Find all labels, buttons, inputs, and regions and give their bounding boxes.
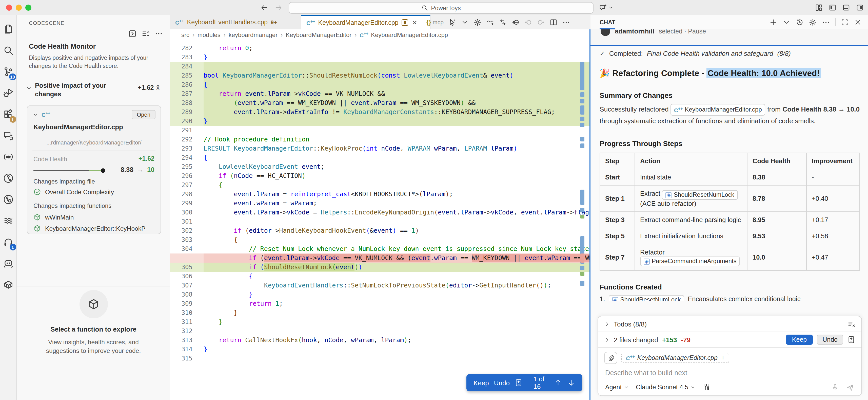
activity-containers[interactable] [0, 274, 17, 295]
attach-button[interactable] [604, 352, 617, 364]
keep-button[interactable]: Keep [786, 335, 813, 345]
open-file-button[interactable]: Open [132, 110, 155, 119]
chevron-down-icon[interactable] [461, 18, 469, 26]
tab-keyboardeventhandlers[interactable]: C++KeyboardEventHandlers.cpp9+ [170, 15, 301, 29]
activity-run-debug[interactable] [0, 82, 17, 104]
breadcrumb-item[interactable]: src [181, 31, 189, 38]
panel-right-icon[interactable] [856, 4, 864, 12]
command-center-search[interactable]: PowerToys [289, 2, 593, 14]
refactoring-complete-heading: 🎉 Refactoring Complete - Code Health: 10… [599, 68, 860, 78]
tab-badge: 9+ [271, 19, 277, 25]
compare-icon[interactable] [499, 18, 507, 26]
chat-input[interactable]: Describe what to build next [598, 364, 861, 377]
checklist-icon[interactable] [847, 320, 855, 328]
activity-chat[interactable] [0, 125, 17, 146]
function-chip[interactable]: ◈ShouldResetNumLock [609, 295, 684, 301]
code-editor[interactable]: 282 return 0;283}284285bool KeyboardMana… [170, 40, 590, 395]
undo-button[interactable]: Undo [817, 335, 843, 345]
function-chip[interactable]: ◈ShouldResetNumLock [662, 190, 738, 200]
agent-mode-picker[interactable]: Agent [605, 384, 629, 391]
todos-row[interactable]: Todos (8/8) [598, 316, 861, 332]
activity-source-control[interactable]: 10 [0, 61, 17, 82]
keep-button[interactable]: Keep [473, 379, 489, 387]
diff-file-icon[interactable] [515, 379, 523, 387]
activity-code-insights[interactable] [0, 189, 17, 210]
diff-file-icon[interactable] [847, 336, 855, 344]
panel-left-icon[interactable] [829, 4, 837, 12]
arrow-up-icon[interactable] [554, 379, 562, 387]
open-panel-icon[interactable] [128, 29, 137, 38]
next-change-icon[interactable] [537, 18, 545, 26]
voice-icon[interactable] [831, 383, 839, 391]
function-chip[interactable]: ◈ParseCommandLineArguments [640, 257, 740, 266]
gear-icon[interactable] [809, 18, 817, 26]
back-circle-icon[interactable] [512, 18, 520, 26]
attachment-chip[interactable]: C++ KeyboardManagerEditor.cpp + [621, 353, 730, 363]
arrow-down-icon[interactable] [567, 379, 575, 387]
activity-waves[interactable] [0, 210, 17, 231]
symbol-icon: ◈ [666, 192, 672, 198]
tools-icon[interactable] [703, 383, 711, 391]
summary-paragraph: Successfully refactored C++KeyboardManag… [599, 104, 860, 126]
overview-ruler[interactable] [580, 40, 584, 395]
collapse-list-icon[interactable] [141, 29, 150, 38]
nav-forward-icon[interactable] [275, 4, 283, 12]
close-icon[interactable]: ✕ [412, 19, 417, 26]
chevron-down-icon[interactable] [32, 112, 38, 118]
squiggle-run-icon[interactable] [486, 18, 494, 26]
prev-change-icon[interactable] [524, 18, 532, 26]
breadcrumb[interactable]: src›modules›keyboardmanager›KeyboardMana… [170, 29, 590, 40]
party-icon: 🎉 [599, 68, 610, 78]
zoom-window-button[interactable] [25, 5, 31, 11]
files-changed-row[interactable]: 2 files changed +153 -79 Keep Undo [598, 332, 861, 348]
mcp-braces-icon[interactable]: {}mcp [426, 19, 444, 26]
activity-commit-graph[interactable] [0, 167, 17, 189]
positive-impact-section[interactable]: Positive impact of your changes +1.62x̄ [26, 81, 162, 98]
function-item[interactable]: wWinMain [33, 213, 155, 221]
activity-extensions[interactable]: ! [0, 104, 17, 125]
activity-support[interactable]: 1 [0, 231, 17, 253]
split-editor-icon[interactable] [550, 18, 558, 26]
tab-keyboardmanagereditor[interactable]: C++KeyboardManagerEditor.cpp✕ [301, 15, 430, 29]
panel-bottom-icon[interactable] [842, 4, 850, 12]
model-picker[interactable]: Claude Sonnet 4.5 [636, 384, 695, 391]
chat-add-icon[interactable] [598, 4, 607, 12]
add-icon[interactable] [769, 18, 777, 26]
ellipsis-icon[interactable] [562, 18, 570, 26]
symbol-icon: ◈ [644, 258, 650, 264]
activity-search[interactable] [0, 39, 17, 61]
breadcrumb-item[interactable]: keyboardmanager [229, 31, 278, 38]
layout-grid-icon[interactable] [815, 4, 823, 12]
chevron-down-icon[interactable] [608, 4, 613, 12]
ellipsis-icon[interactable] [154, 29, 163, 38]
chevron-down-icon[interactable] [782, 18, 790, 26]
function-item[interactable]: KeyboardManagerEditor::KeyHookP [33, 225, 155, 232]
gear-icon[interactable] [473, 18, 482, 26]
close-window-button[interactable] [6, 5, 12, 11]
minimize-window-button[interactable] [16, 5, 22, 11]
breadcrumb-file[interactable]: C++KeyboardManagerEditor.cpp [360, 31, 448, 38]
code-line: 296 if (nCode == HC_ACTION) [170, 171, 590, 180]
table-cell: Step 7 [600, 244, 635, 270]
breadcrumb-item[interactable]: modules [197, 31, 221, 38]
activity-copilot[interactable] [0, 253, 17, 274]
close-icon[interactable] [854, 18, 862, 26]
activity-explorer[interactable] [0, 18, 17, 39]
code-health-slider[interactable] [33, 170, 104, 171]
activity-codescene[interactable] [0, 146, 17, 167]
file-chip[interactable]: C++KeyboardManagerEditor.cpp [671, 104, 766, 116]
pointer-icon[interactable] [448, 18, 456, 26]
code-line: 306 { [170, 272, 590, 281]
score-from: 8.38 [121, 166, 133, 173]
history-icon[interactable] [796, 18, 804, 26]
ellipsis-icon[interactable] [822, 18, 830, 26]
maximize-icon[interactable] [841, 18, 849, 26]
editor-chat-sash[interactable] [589, 29, 590, 400]
send-icon[interactable] [846, 383, 854, 391]
search-icon [3, 45, 13, 56]
breadcrumb-item[interactable]: KeyboardManagerEditor [286, 31, 351, 38]
tab-chat[interactable]: CHAT [599, 15, 615, 29]
undo-button[interactable]: Undo [494, 379, 510, 387]
nav-back-icon[interactable] [260, 4, 269, 12]
file-check-item[interactable]: Overall Code Complexity [33, 188, 155, 196]
